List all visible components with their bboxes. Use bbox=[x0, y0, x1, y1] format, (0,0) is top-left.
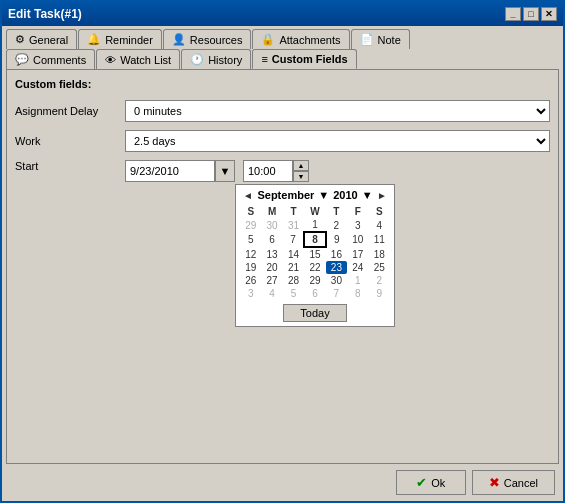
calendar-day[interactable]: 6 bbox=[261, 232, 282, 247]
work-select[interactable]: 0 days 0.5 days 1 day 1.5 days 2 days 2.… bbox=[125, 130, 550, 152]
cal-header-wed: W bbox=[304, 205, 325, 218]
assignment-delay-combo-wrapper: 0 minutes 5 minutes 10 minutes 30 minute… bbox=[125, 100, 550, 122]
tab-watchlist[interactable]: 👁 Watch List bbox=[96, 49, 180, 69]
tab-custom-fields[interactable]: ≡ Custom Fields bbox=[252, 49, 356, 69]
minimize-button[interactable]: _ bbox=[505, 7, 521, 21]
calendar-week-5: 3456789 bbox=[240, 287, 390, 300]
calendar-day[interactable]: 25 bbox=[369, 261, 390, 274]
calendar-day[interactable]: 11 bbox=[369, 232, 390, 247]
next-month-button[interactable]: ► bbox=[374, 190, 390, 201]
calendar-week-4: 262728293012 bbox=[240, 274, 390, 287]
start-row: Start ▼ ▲ ▼ ◄ bbox=[15, 160, 550, 327]
calendar-day[interactable]: 2 bbox=[369, 274, 390, 287]
calendar-day[interactable]: 2 bbox=[326, 218, 347, 232]
prev-month-button[interactable]: ◄ bbox=[240, 190, 256, 201]
tab-watchlist-label: Watch List bbox=[120, 54, 171, 66]
start-label: Start bbox=[15, 160, 125, 172]
calendar-header: ◄ September ▼ 2010 ▼ ► bbox=[240, 189, 390, 201]
tab-history[interactable]: 🕐 History bbox=[181, 49, 251, 69]
calendar-day[interactable]: 5 bbox=[240, 232, 261, 247]
tab-resources-label: Resources bbox=[190, 34, 243, 46]
time-input[interactable] bbox=[243, 160, 293, 182]
calendar-day[interactable]: 26 bbox=[240, 274, 261, 287]
assignment-delay-label: Asignment Delay bbox=[15, 105, 125, 117]
calendar-day[interactable]: 8 bbox=[347, 287, 368, 300]
close-button[interactable]: ✕ bbox=[541, 7, 557, 21]
calendar-day[interactable]: 6 bbox=[304, 287, 325, 300]
calendar-day[interactable]: 9 bbox=[326, 232, 347, 247]
calendar-day[interactable]: 31 bbox=[283, 218, 304, 232]
calendar-day[interactable]: 15 bbox=[304, 247, 325, 261]
calendar-week-0: 2930311234 bbox=[240, 218, 390, 232]
tab-reminder[interactable]: 🔔 Reminder bbox=[78, 29, 162, 49]
cal-header-fri: F bbox=[347, 205, 368, 218]
tab-comments-label: Comments bbox=[33, 54, 86, 66]
today-button[interactable]: Today bbox=[283, 304, 346, 322]
content-area: Custom fields: Asignment Delay 0 minutes… bbox=[6, 69, 559, 464]
calendar-day[interactable]: 23 bbox=[326, 261, 347, 274]
cal-header-sat: S bbox=[369, 205, 390, 218]
cal-header-thu: T bbox=[326, 205, 347, 218]
calendar-header-row: S M T W T F S bbox=[240, 205, 390, 218]
calendar-day[interactable]: 24 bbox=[347, 261, 368, 274]
calendar-day[interactable]: 29 bbox=[304, 274, 325, 287]
calendar-day[interactable]: 27 bbox=[261, 274, 282, 287]
calendar-day[interactable]: 3 bbox=[347, 218, 368, 232]
calendar-day[interactable]: 7 bbox=[283, 232, 304, 247]
calendar-day[interactable]: 14 bbox=[283, 247, 304, 261]
assignment-delay-select[interactable]: 0 minutes 5 minutes 10 minutes 30 minute… bbox=[125, 100, 550, 122]
calendar-day[interactable]: 17 bbox=[347, 247, 368, 261]
date-dropdown-button[interactable]: ▼ bbox=[215, 160, 235, 182]
window-title: Edit Task(#1) bbox=[8, 7, 82, 21]
history-icon: 🕐 bbox=[190, 53, 204, 66]
calendar-month-year: September ▼ 2010 ▼ bbox=[257, 189, 372, 201]
calendar-day[interactable]: 19 bbox=[240, 261, 261, 274]
calendar-day[interactable]: 21 bbox=[283, 261, 304, 274]
calendar-day[interactable]: 16 bbox=[326, 247, 347, 261]
date-input[interactable] bbox=[125, 160, 215, 182]
calendar-day[interactable]: 3 bbox=[240, 287, 261, 300]
cancel-icon: ✖ bbox=[489, 475, 500, 490]
calendar-day[interactable]: 30 bbox=[261, 218, 282, 232]
calendar-day[interactable]: 1 bbox=[347, 274, 368, 287]
calendar-day[interactable]: 20 bbox=[261, 261, 282, 274]
calendar-day[interactable]: 29 bbox=[240, 218, 261, 232]
tab-history-label: History bbox=[208, 54, 242, 66]
tab-attachments-label: Attachments bbox=[279, 34, 340, 46]
calendar-day[interactable]: 4 bbox=[261, 287, 282, 300]
ok-button[interactable]: ✔ Ok bbox=[396, 470, 466, 495]
tab-attachments[interactable]: 🔒 Attachments bbox=[252, 29, 349, 49]
calendar-day[interactable]: 5 bbox=[283, 287, 304, 300]
time-up-button[interactable]: ▲ bbox=[293, 160, 309, 171]
calendar-day[interactable]: 10 bbox=[347, 232, 368, 247]
calendar-day[interactable]: 22 bbox=[304, 261, 325, 274]
calendar-day[interactable]: 4 bbox=[369, 218, 390, 232]
calendar-day[interactable]: 12 bbox=[240, 247, 261, 261]
main-window: Edit Task(#1) _ □ ✕ ⚙ General 🔔 Reminder… bbox=[0, 0, 565, 503]
calendar-day[interactable]: 28 bbox=[283, 274, 304, 287]
calendar-day[interactable]: 18 bbox=[369, 247, 390, 261]
assignment-delay-row: Asignment Delay 0 minutes 5 minutes 10 m… bbox=[15, 100, 550, 122]
time-down-button[interactable]: ▼ bbox=[293, 171, 309, 182]
calendar-week-1: 567891011 bbox=[240, 232, 390, 247]
calendar-year: 2010 bbox=[333, 189, 357, 201]
calendar-day[interactable]: 8 bbox=[304, 232, 325, 247]
calendar-day[interactable]: 1 bbox=[304, 218, 325, 232]
tab-resources[interactable]: 👤 Resources bbox=[163, 29, 252, 49]
year-dropdown-button[interactable]: ▼ bbox=[362, 189, 373, 201]
tab-bar-2: 💬 Comments 👁 Watch List 🕐 History ≡ Cust… bbox=[2, 49, 563, 69]
calendar-day[interactable]: 13 bbox=[261, 247, 282, 261]
calendar-day[interactable]: 9 bbox=[369, 287, 390, 300]
start-input-group: ▼ ▲ ▼ ◄ September ▼ bbox=[125, 160, 395, 327]
assignment-delay-input: 0 minutes 5 minutes 10 minutes 30 minute… bbox=[125, 100, 550, 122]
tab-comments[interactable]: 💬 Comments bbox=[6, 49, 95, 69]
cal-header-sun: S bbox=[240, 205, 261, 218]
tab-general[interactable]: ⚙ General bbox=[6, 29, 77, 49]
calendar-day[interactable]: 7 bbox=[326, 287, 347, 300]
cancel-button[interactable]: ✖ Cancel bbox=[472, 470, 555, 495]
window-controls: _ □ ✕ bbox=[505, 7, 557, 21]
maximize-button[interactable]: □ bbox=[523, 7, 539, 21]
calendar-day[interactable]: 30 bbox=[326, 274, 347, 287]
tab-note[interactable]: 📄 Note bbox=[351, 29, 410, 49]
month-dropdown-button[interactable]: ▼ bbox=[318, 189, 329, 201]
